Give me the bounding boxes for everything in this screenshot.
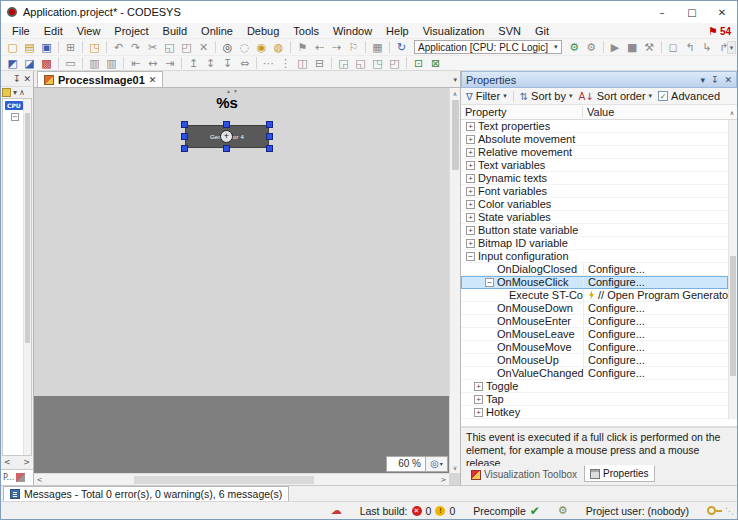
property-row[interactable]: OnMouseUp Configure... bbox=[461, 354, 728, 367]
align-bottom-icon[interactable]: ↧ bbox=[220, 56, 235, 71]
property-row[interactable]: OnMouseEnter Configure... bbox=[461, 315, 728, 328]
undo-icon[interactable]: ↶ bbox=[111, 40, 126, 55]
resize-handle[interactable] bbox=[266, 145, 273, 152]
scrollbar-thumb[interactable] bbox=[452, 100, 459, 170]
property-value[interactable]: Configure... bbox=[583, 354, 728, 366]
resize-handle[interactable] bbox=[181, 121, 188, 128]
toolbar-icon[interactable] bbox=[331, 57, 332, 69]
vertical-scrollbar[interactable]: ∧ ∨ bbox=[449, 88, 460, 473]
scroll-up-icon[interactable]: ∧ bbox=[19, 88, 25, 97]
toolbar-icon[interactable] bbox=[215, 41, 216, 53]
toolbar-icon[interactable] bbox=[256, 57, 257, 69]
bring-to-front-icon[interactable]: ◲ bbox=[336, 56, 351, 71]
splitter-up-icon[interactable]: ▲ bbox=[226, 88, 231, 94]
make-same-height-icon[interactable]: ⊟ bbox=[312, 56, 327, 71]
scrollbar-thumb[interactable] bbox=[134, 476, 314, 484]
visualization-zoom-tool-icon[interactable]: ◪ bbox=[22, 56, 37, 71]
property-value[interactable] bbox=[583, 224, 728, 236]
property-row[interactable]: + Absolute movement bbox=[461, 133, 728, 146]
maximize-button[interactable]: □ bbox=[677, 1, 707, 23]
property-value[interactable] bbox=[583, 185, 728, 197]
devices-scrollbar[interactable] bbox=[23, 99, 31, 455]
user-key-icon[interactable] bbox=[707, 506, 716, 515]
cpu-device-node[interactable]: CPU bbox=[5, 101, 23, 110]
devices-panel-tab[interactable]: P... bbox=[1, 469, 33, 485]
menu-item[interactable]: Debug bbox=[240, 23, 286, 38]
tab-properties[interactable]: Properties bbox=[584, 465, 655, 482]
save-project-icon[interactable]: ▣ bbox=[39, 40, 54, 55]
menu-item[interactable]: View bbox=[70, 23, 108, 38]
property-row[interactable]: − Input configuration bbox=[461, 250, 728, 263]
resize-handle[interactable] bbox=[266, 133, 273, 140]
toolbar-icon[interactable] bbox=[290, 41, 291, 53]
property-row[interactable]: OnMouseLeave Configure... bbox=[461, 328, 728, 341]
library-manager-icon[interactable]: ▦ bbox=[370, 40, 385, 55]
package-manager-icon[interactable]: ◳ bbox=[87, 40, 102, 55]
group-icon[interactable]: ⊡ bbox=[411, 56, 426, 71]
property-row[interactable]: + Dynamic texts bbox=[461, 172, 728, 185]
chevron-down-icon[interactable]: ▾ bbox=[13, 88, 17, 97]
cut-icon[interactable]: ✂ bbox=[145, 40, 160, 55]
filter-button[interactable]: ∇ Filter ▾ bbox=[464, 90, 509, 102]
expander-icon[interactable]: + bbox=[466, 122, 475, 131]
property-row[interactable]: + Tap bbox=[461, 393, 728, 406]
send-backward-icon[interactable]: ◰ bbox=[387, 56, 402, 71]
property-row[interactable]: OnMouseMove Configure... bbox=[461, 341, 728, 354]
tab-close-icon[interactable]: ✕ bbox=[149, 75, 157, 85]
property-value[interactable]: // Open Program Generator ima... bbox=[583, 289, 728, 301]
align-right-icon[interactable]: ⇥ bbox=[162, 56, 177, 71]
property-value[interactable]: Configure... bbox=[583, 302, 728, 314]
property-value[interactable]: Configure... bbox=[583, 341, 728, 353]
property-row[interactable]: + Bitmap ID variable bbox=[461, 237, 728, 250]
toolbar-icon[interactable] bbox=[123, 57, 124, 69]
runtime-gear-icon[interactable]: ⚙ bbox=[558, 504, 568, 517]
expander-icon[interactable]: − bbox=[485, 278, 494, 287]
property-value[interactable]: Configure... bbox=[583, 315, 728, 327]
visualization-canvas[interactable]: ▲ ▼ %s Generator 4 + ∧ bbox=[34, 88, 460, 485]
property-row[interactable]: OnValueChanged Configure... bbox=[461, 367, 728, 380]
property-value[interactable]: Configure... bbox=[583, 276, 728, 288]
toolbar-icon[interactable] bbox=[365, 41, 366, 53]
property-value[interactable] bbox=[583, 393, 728, 405]
expander-icon[interactable]: + bbox=[466, 226, 475, 235]
image-pool-icon[interactable]: ▩ bbox=[39, 56, 54, 71]
expander-icon[interactable]: + bbox=[466, 148, 475, 157]
paste-icon[interactable]: ◰ bbox=[179, 40, 194, 55]
menu-item[interactable]: Online bbox=[194, 23, 240, 38]
canvas-splitter-toggle[interactable]: ▲ ▼ bbox=[219, 88, 245, 93]
property-value[interactable] bbox=[583, 198, 728, 210]
replace-in-project-icon[interactable]: ◍ bbox=[271, 40, 286, 55]
resize-handle[interactable] bbox=[181, 145, 188, 152]
splitter-down-icon[interactable]: ▼ bbox=[233, 88, 238, 94]
checkbox-checked-icon[interactable]: ✓ bbox=[658, 91, 668, 101]
tab-visualization-toolbox[interactable]: Visualization Toolbox bbox=[465, 466, 583, 483]
toggle-bookmark-icon[interactable]: ⚑ bbox=[295, 40, 310, 55]
property-value[interactable] bbox=[583, 159, 728, 171]
property-value[interactable]: Configure... bbox=[583, 367, 728, 379]
property-value[interactable] bbox=[583, 406, 728, 418]
find-in-project-icon[interactable]: ◉ bbox=[254, 40, 269, 55]
messages-tab[interactable]: Messages - Total 0 error(s), 0 warning(s… bbox=[3, 486, 289, 501]
expander-icon[interactable]: + bbox=[466, 200, 475, 209]
tab-processimage01[interactable]: ProcessImage01 ✕ bbox=[37, 71, 163, 87]
align-center-icon[interactable]: ↔ bbox=[145, 56, 160, 71]
build-icon[interactable]: ⚒ bbox=[642, 40, 657, 55]
distribute-vertical-icon[interactable]: ⋮ bbox=[278, 56, 293, 71]
step-over-icon[interactable]: ↰ bbox=[683, 40, 698, 55]
property-value[interactable] bbox=[583, 146, 728, 158]
incremental-search-icon[interactable]: ◌ bbox=[237, 40, 252, 55]
make-same-width-icon[interactable]: ◫ bbox=[295, 56, 310, 71]
project-user[interactable]: Project user: (nobody) bbox=[577, 505, 698, 517]
pin-icon[interactable]: ↧ bbox=[711, 75, 719, 85]
property-value[interactable] bbox=[583, 237, 728, 249]
property-row[interactable]: + Toggle bbox=[461, 380, 728, 393]
toolbar-icon[interactable] bbox=[406, 57, 407, 69]
property-value[interactable] bbox=[583, 172, 728, 184]
horizontal-scrollbar[interactable]: < > bbox=[34, 473, 449, 485]
toolbar-icon[interactable] bbox=[661, 41, 662, 53]
step-into-icon[interactable]: ↳ bbox=[700, 40, 715, 55]
scroll-down-icon[interactable]: ∨ bbox=[450, 462, 460, 473]
open-project-icon[interactable]: ▤ bbox=[22, 40, 37, 55]
notifications-flag-icon[interactable]: ⚑ bbox=[708, 25, 718, 38]
property-value[interactable] bbox=[583, 250, 728, 262]
